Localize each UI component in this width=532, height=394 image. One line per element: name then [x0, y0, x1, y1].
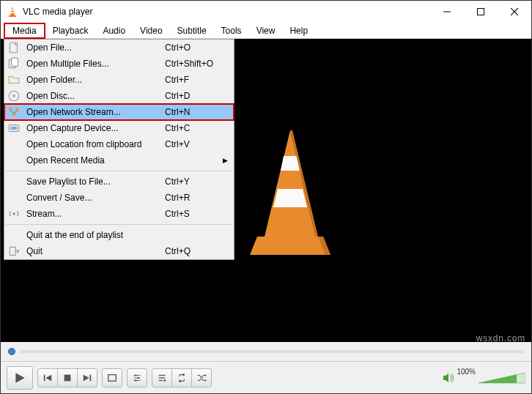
stop-button[interactable] [57, 368, 78, 387]
svg-marker-50 [479, 374, 517, 383]
svg-marker-46 [205, 373, 207, 376]
menubar: Media Playback Audio Video Subtitle Tool… [1, 23, 531, 39]
menu-playback[interactable]: Playback [45, 24, 96, 37]
blank-icon [7, 176, 21, 187]
svg-marker-9 [281, 156, 300, 171]
svg-rect-27 [10, 247, 15, 255]
svg-rect-30 [44, 374, 45, 381]
shuffle-button[interactable] [191, 368, 212, 387]
menu-open-multiple[interactable]: Open Multiple Files... Ctrl+Shift+O [4, 56, 234, 72]
svg-marker-10 [273, 189, 307, 207]
svg-marker-47 [205, 379, 207, 382]
menu-subtitle[interactable]: Subtitle [170, 24, 214, 37]
svg-point-26 [12, 212, 15, 215]
media-dropdown: Open File... Ctrl+O Open Multiple Files.… [4, 39, 234, 260]
menu-open-network-stream[interactable]: Open Network Stream... Ctrl+N [4, 104, 234, 120]
menu-stream[interactable]: Stream... Ctrl+S [4, 206, 234, 222]
svg-rect-19 [9, 108, 12, 110]
loop-button[interactable] [171, 368, 192, 387]
app-icon [7, 6, 18, 18]
svg-point-18 [12, 94, 15, 97]
files-icon [7, 58, 21, 70]
disc-icon [7, 90, 21, 102]
seek-track[interactable] [20, 350, 524, 353]
menu-media[interactable]: Media [4, 23, 45, 39]
menu-help[interactable]: Help [282, 24, 315, 37]
capture-icon [7, 122, 21, 134]
seek-bar[interactable] [1, 342, 531, 361]
play-button[interactable] [7, 366, 33, 390]
menu-quit-end[interactable]: Quit at the end of playlist [4, 227, 234, 243]
svg-rect-35 [108, 374, 117, 381]
svg-marker-45 [164, 379, 167, 382]
menu-open-clipboard[interactable]: Open Location from clipboard Ctrl+V [4, 136, 234, 152]
minimize-button[interactable] [430, 1, 464, 23]
maximize-button[interactable] [464, 1, 498, 23]
svg-point-39 [135, 374, 137, 376]
svg-rect-20 [15, 108, 19, 110]
svg-marker-48 [443, 373, 448, 382]
blank-icon [7, 229, 21, 241]
menu-open-recent[interactable]: Open Recent Media ▶ [4, 152, 234, 168]
volume-slider[interactable] [479, 371, 525, 384]
menu-view[interactable]: View [249, 24, 283, 37]
volume-control[interactable]: 100% [442, 371, 525, 384]
svg-rect-1 [11, 10, 15, 11]
menu-open-folder[interactable]: Open Folder... Ctrl+F [4, 72, 234, 88]
svg-marker-12 [250, 237, 330, 255]
submenu-arrow-icon: ▶ [221, 157, 228, 164]
svg-marker-31 [45, 374, 51, 381]
menu-audio[interactable]: Audio [95, 24, 133, 37]
svg-marker-0 [10, 7, 15, 15]
quit-icon [7, 245, 21, 257]
blank-icon [7, 192, 21, 204]
menu-tools[interactable]: Tools [214, 24, 249, 37]
svg-rect-2 [10, 12, 15, 14]
prev-button[interactable] [37, 368, 58, 387]
menu-save-playlist[interactable]: Save Playlist to File... Ctrl+Y [4, 174, 234, 190]
titlebar: VLC media player [1, 1, 531, 23]
seek-knob[interactable] [8, 348, 15, 355]
blank-icon [7, 155, 21, 166]
menu-open-capture[interactable]: Open Capture Device... Ctrl+C [4, 120, 234, 136]
svg-point-41 [135, 379, 137, 382]
svg-rect-34 [90, 374, 92, 381]
video-area: Open File... Ctrl+O Open Multiple Files.… [1, 39, 531, 342]
folder-icon [7, 74, 21, 86]
svg-rect-16 [12, 58, 18, 66]
window-title: VLC media player [23, 7, 430, 17]
blank-icon [7, 138, 21, 150]
close-button[interactable] [498, 1, 531, 23]
fullscreen-button[interactable] [102, 368, 122, 387]
svg-line-23 [14, 111, 18, 114]
menu-quit[interactable]: Quit Ctrl+Q [4, 243, 234, 259]
separator [6, 171, 232, 171]
svg-marker-29 [15, 373, 24, 383]
watermark: wsxdn.com [476, 333, 525, 343]
svg-rect-25 [11, 127, 18, 130]
controls-toolbar: 100% [1, 361, 531, 393]
menu-convert-save[interactable]: Convert / Save... Ctrl+R [4, 190, 234, 206]
menu-open-disc[interactable]: Open Disc... Ctrl+D [4, 88, 234, 104]
speaker-icon[interactable] [442, 372, 454, 384]
svg-rect-21 [12, 114, 16, 116]
svg-point-40 [137, 376, 139, 379]
svg-marker-33 [84, 374, 89, 381]
menu-open-file[interactable]: Open File... Ctrl+O [4, 40, 234, 56]
menu-video[interactable]: Video [133, 24, 169, 37]
volume-percent: 100% [457, 368, 476, 376]
stream-icon [7, 208, 21, 220]
svg-rect-3 [9, 15, 16, 17]
svg-line-22 [11, 111, 15, 114]
separator [6, 224, 232, 225]
svg-rect-5 [478, 9, 484, 15]
svg-marker-8 [265, 130, 316, 237]
extended-settings-button[interactable] [127, 368, 147, 387]
playlist-button[interactable] [152, 368, 172, 387]
network-icon [7, 106, 21, 118]
file-icon [7, 42, 21, 53]
vlc-logo [243, 127, 338, 259]
next-button[interactable] [77, 368, 97, 387]
svg-rect-32 [64, 374, 71, 381]
